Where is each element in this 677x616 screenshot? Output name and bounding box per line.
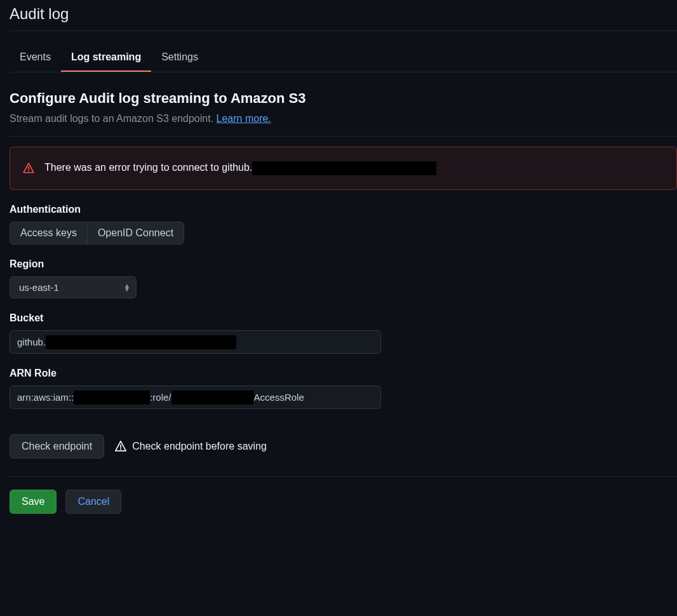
tabs: Events Log streaming Settings (10, 44, 677, 72)
bucket-input[interactable] (10, 330, 381, 354)
tab-log-streaming[interactable]: Log streaming (61, 44, 151, 72)
check-endpoint-button[interactable]: Check endpoint (10, 434, 104, 459)
error-message-text: There was an error trying to connect to … (44, 162, 252, 173)
region-field: Region us-east-1 ▲▼ (10, 258, 677, 298)
bucket-field: Bucket github. (10, 312, 677, 354)
config-description-text: Stream audit logs to an Amazon S3 endpoi… (10, 113, 213, 124)
arn-role-field: ARN Role arn:aws:iam:::role/AccessRole (10, 368, 677, 409)
region-select-wrap: us-east-1 ▲▼ (10, 276, 137, 298)
footer-actions: Save Cancel (10, 490, 677, 514)
alert-triangle-icon (23, 163, 34, 174)
bucket-label: Bucket (10, 312, 677, 324)
authentication-segmented: Access keys OpenID Connect (10, 222, 184, 244)
action-row: Check endpoint Check endpoint before sav… (10, 434, 677, 477)
check-hint: Check endpoint before saving (114, 440, 267, 453)
config-section: Configure Audit log streaming to Amazon … (10, 90, 677, 137)
svg-point-3 (120, 448, 121, 450)
error-message: There was an error trying to connect to … (44, 161, 436, 175)
tab-events[interactable]: Events (10, 44, 61, 72)
auth-openid-connect-button[interactable]: OpenID Connect (88, 222, 184, 244)
redacted-text (252, 161, 436, 175)
cancel-button[interactable]: Cancel (65, 490, 121, 514)
arn-role-input[interactable] (10, 385, 381, 409)
svg-point-1 (28, 170, 29, 171)
arn-role-input-wrap: arn:aws:iam:::role/AccessRole (10, 385, 381, 409)
page-title: Audit log (10, 5, 677, 31)
warning-triangle-icon (114, 440, 127, 453)
bucket-input-wrap: github. (10, 330, 381, 354)
arn-role-label: ARN Role (10, 368, 677, 379)
auth-access-keys-button[interactable]: Access keys (10, 222, 88, 244)
check-hint-text: Check endpoint before saving (132, 441, 267, 452)
region-select[interactable]: us-east-1 (10, 276, 137, 298)
config-title: Configure Audit log streaming to Amazon … (10, 90, 677, 107)
tab-settings[interactable]: Settings (151, 44, 208, 72)
region-label: Region (10, 258, 677, 270)
authentication-label: Authentication (10, 204, 677, 215)
learn-more-link[interactable]: Learn more. (217, 113, 271, 124)
save-button[interactable]: Save (10, 490, 57, 514)
authentication-field: Authentication Access keys OpenID Connec… (10, 204, 677, 244)
error-alert: There was an error trying to connect to … (10, 147, 677, 190)
config-description: Stream audit logs to an Amazon S3 endpoi… (10, 113, 677, 137)
